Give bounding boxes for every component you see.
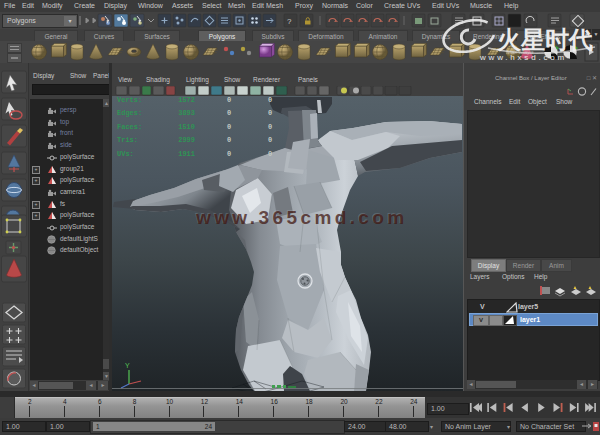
svg-text:www.hxsd.com: www.hxsd.com: [479, 53, 567, 62]
svg-text:火星时代: 火星时代: [496, 26, 593, 53]
svg-text:?: ?: [287, 17, 292, 26]
svg-text:Y: Y: [125, 362, 130, 369]
